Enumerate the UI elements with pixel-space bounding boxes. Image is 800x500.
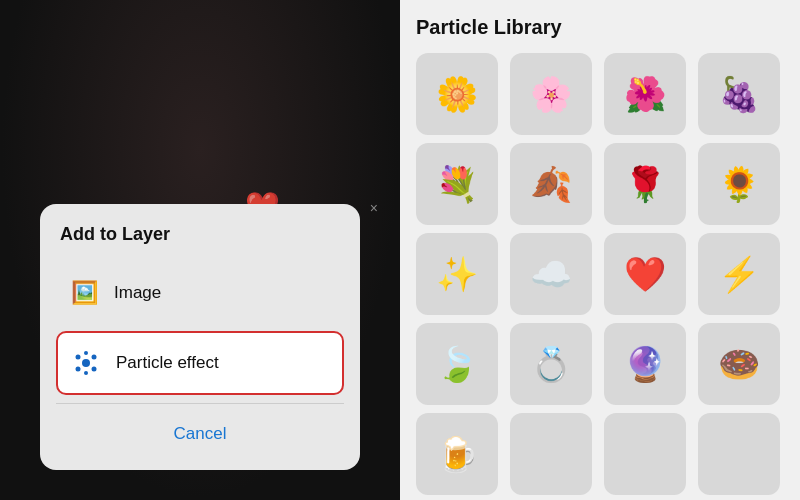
particle-item-5[interactable]: 🍂 [510, 143, 592, 225]
particle-item-6[interactable]: 🌹 [604, 143, 686, 225]
svg-point-6 [84, 371, 88, 375]
image-label: Image [114, 283, 161, 303]
svg-point-0 [82, 359, 90, 367]
divider [56, 403, 344, 404]
particle-item-9[interactable]: ☁️ [510, 233, 592, 315]
svg-point-3 [76, 367, 81, 372]
particle-item-12[interactable]: 🍃 [416, 323, 498, 405]
particle-item-1[interactable]: 🌸 [510, 53, 592, 135]
svg-point-4 [92, 367, 97, 372]
particle-effect-label: Particle effect [116, 353, 219, 373]
particle-item-empty-2 [698, 413, 780, 495]
close-button[interactable]: × [370, 200, 378, 216]
image-option[interactable]: 🖼️ Image [56, 263, 344, 323]
particle-item-3[interactable]: 🍇 [698, 53, 780, 135]
particle-item-2[interactable]: 🌺 [604, 53, 686, 135]
particle-item-0[interactable]: 🌼 [416, 53, 498, 135]
particle-item-10[interactable]: ❤️ [604, 233, 686, 315]
particle-item-empty-1 [604, 413, 686, 495]
particle-item-7[interactable]: 🌻 [698, 143, 780, 225]
left-panel: ❤️ × Add to Layer 🖼️ Image Particle effe… [0, 0, 400, 500]
particle-library-title: Particle Library [416, 16, 784, 39]
particle-item-11[interactable]: ⚡ [698, 233, 780, 315]
particle-grid: 🌼🌸🌺🍇💐🍂🌹🌻✨☁️❤️⚡🍃💍🔮🍩🍺 [416, 53, 784, 495]
dialog-title: Add to Layer [56, 224, 344, 245]
particle-item-15[interactable]: 🍩 [698, 323, 780, 405]
particle-item-8[interactable]: ✨ [416, 233, 498, 315]
svg-point-5 [84, 351, 88, 355]
particle-item-empty-0 [510, 413, 592, 495]
svg-point-1 [76, 355, 81, 360]
particle-item-4[interactable]: 💐 [416, 143, 498, 225]
svg-point-2 [92, 355, 97, 360]
particle-item-14[interactable]: 🔮 [604, 323, 686, 405]
particle-effect-option[interactable]: Particle effect [56, 331, 344, 395]
particle-item-16[interactable]: 🍺 [416, 413, 498, 495]
particle-item-13[interactable]: 💍 [510, 323, 592, 405]
cancel-button[interactable]: Cancel [56, 414, 344, 454]
particle-icon [70, 347, 102, 379]
add-to-layer-dialog: Add to Layer 🖼️ Image Particle effect Ca [40, 204, 360, 470]
image-icon: 🖼️ [68, 277, 100, 309]
right-panel: Particle Library 🌼🌸🌺🍇💐🍂🌹🌻✨☁️❤️⚡🍃💍🔮🍩🍺 [400, 0, 800, 500]
